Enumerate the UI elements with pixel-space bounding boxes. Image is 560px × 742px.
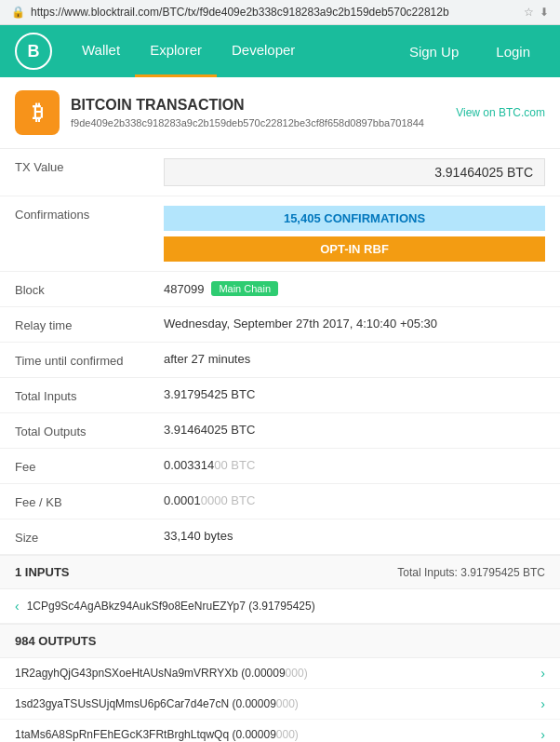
confirmations-row: Confirmations 15,405 CONFIRMATIONS OPT-I…: [0, 196, 560, 272]
total-inputs-value: 3.91795425 BTC: [164, 387, 545, 401]
fee-row: Fee 0.00331400 BTC: [0, 449, 560, 484]
input-address-0: 1CPg9Sc4AgABkz94AukSf9o8EeNruEZYp7 (3.91…: [27, 600, 315, 613]
chevron-right-icon-0: ›: [540, 666, 545, 681]
fee-fade: 00 BTC: [214, 458, 255, 472]
time-label: Time until confirmed: [15, 352, 164, 368]
logo[interactable]: B: [15, 33, 52, 70]
tx-value-row: TX Value 3.91464025 BTC: [0, 149, 560, 196]
nav-signup[interactable]: Sign Up: [394, 36, 473, 67]
details-table: TX Value 3.91464025 BTC Confirmations 15…: [0, 149, 560, 555]
size-label: Size: [15, 529, 164, 545]
output-item-0[interactable]: 1R2agyhQjG43pnSXoeHtAUsNa9mVRRYXb (0.000…: [0, 658, 560, 689]
fee-value: 0.00331400 BTC: [164, 458, 545, 472]
fee-kb-value: 0.00010000 BTC: [164, 493, 545, 507]
chevron-right-icon-1: ›: [540, 696, 545, 711]
inputs-title: 1 INPUTS: [15, 565, 70, 579]
output-item-1[interactable]: 1sd23gyaTSUsSUjqMmsU6p6Car7d4e7cN (0.000…: [0, 689, 560, 720]
tx-title: BITCOIN TRANSACTION: [71, 97, 424, 114]
tx-hash: f9de409e2b338c918283a9c2b159deb570c22812…: [71, 117, 424, 128]
relay-value: Wednesday, September 27th 2017, 4:10:40 …: [164, 317, 545, 331]
confirmations-label: Confirmations: [15, 206, 164, 222]
tx-value-label: TX Value: [15, 158, 164, 174]
outputs-list: 1R2agyhQjG43pnSXoeHtAUsNa9mVRRYXb (0.000…: [0, 658, 560, 742]
block-row: Block 487099 Main Chain: [0, 272, 560, 307]
nav-developer[interactable]: Developer: [217, 25, 310, 77]
fee-label: Fee: [15, 458, 164, 474]
outputs-title: 984 OUTPUTS: [15, 634, 96, 648]
relay-row: Relay time Wednesday, September 27th 201…: [0, 307, 560, 343]
url-bar: 🔒 https://www.blocktrail.com/BTC/tx/f9de…: [0, 0, 560, 25]
view-on-btc[interactable]: View on BTC.com: [456, 106, 545, 119]
navbar: B Wallet Explorer Developer Sign Up Logi…: [0, 25, 560, 77]
nav-login[interactable]: Login: [481, 36, 545, 67]
output-item-2[interactable]: 1taMs6A8SpRnFEhEGcK3FRtBrghLtqwQq (0.000…: [0, 720, 560, 742]
tx-header-left: ₿ BITCOIN TRANSACTION f9de409e2b338c9182…: [15, 90, 424, 135]
size-row: Size 33,140 bytes: [0, 519, 560, 555]
confirmations-box: 15,405 CONFIRMATIONS: [164, 206, 545, 231]
rbf-box: OPT-IN RBF: [164, 236, 545, 262]
btc-icon: ₿: [15, 90, 60, 135]
output-addr-1: 1sd23gyaTSUsSUjqMmsU6p6Car7d4e7cN (0.000…: [15, 697, 299, 710]
nav-wallet[interactable]: Wallet: [67, 25, 135, 77]
output-addr-0: 1R2agyhQjG43pnSXoeHtAUsNa9mVRRYXb (0.000…: [15, 667, 308, 680]
relay-label: Relay time: [15, 317, 164, 332]
fee-kb-label: Fee / KB: [15, 493, 164, 509]
fee-kb-row: Fee / KB 0.00010000 BTC: [0, 484, 560, 519]
output-addr-2: 1taMs6A8SpRnFEhEGcK3FRtBrghLtqwQq (0.000…: [15, 728, 299, 741]
nav-links: Wallet Explorer Developer: [67, 25, 394, 77]
time-value: after 27 minutes: [164, 352, 545, 366]
url-text: https://www.blocktrail.com/BTC/tx/f9de40…: [31, 6, 449, 19]
tx-info: BITCOIN TRANSACTION f9de409e2b338c918283…: [71, 97, 424, 128]
time-row: Time until confirmed after 27 minutes: [0, 343, 560, 378]
block-label: Block: [15, 281, 164, 297]
tx-header: ₿ BITCOIN TRANSACTION f9de409e2b338c9182…: [0, 77, 560, 149]
total-outputs-value: 3.91464025 BTC: [164, 423, 545, 437]
chevron-right-icon-2: ›: [540, 727, 545, 742]
block-value: 487099 Main Chain: [164, 281, 545, 296]
lock-icon: 🔒: [11, 6, 25, 19]
fee-val: 0.003314: [164, 458, 214, 472]
input-item-0[interactable]: ‹ 1CPg9Sc4AgABkz94AukSf9o8EeNruEZYp7 (3.…: [0, 589, 560, 624]
star-icon[interactable]: ☆: [524, 6, 534, 19]
block-number: 487099: [164, 282, 204, 296]
outputs-section-header: 984 OUTPUTS: [0, 624, 560, 658]
nav-right: Sign Up Login: [394, 36, 545, 67]
main-chain-badge: Main Chain: [211, 281, 278, 296]
tx-value-box: 3.91464025 BTC: [164, 158, 545, 186]
download-icon[interactable]: ⬇: [540, 6, 549, 19]
inputs-total: Total Inputs: 3.91795425 BTC: [397, 566, 545, 579]
tx-value-value: 3.91464025 BTC: [164, 158, 545, 186]
inputs-section-header: 1 INPUTS Total Inputs: 3.91795425 BTC: [0, 555, 560, 589]
chevron-left-icon: ‹: [15, 599, 20, 614]
fee-kb-fade: 0000 BTC: [201, 493, 256, 507]
total-inputs-label: Total Inputs: [15, 387, 164, 403]
fee-kb-val: 0.0001: [164, 493, 201, 507]
main-content: ₿ BITCOIN TRANSACTION f9de409e2b338c9182…: [0, 77, 560, 742]
size-value: 33,140 bytes: [164, 529, 545, 543]
total-outputs-row: Total Outputs 3.91464025 BTC: [0, 413, 560, 449]
total-inputs-row: Total Inputs 3.91795425 BTC: [0, 378, 560, 413]
total-outputs-label: Total Outputs: [15, 423, 164, 438]
confirmations-value: 15,405 CONFIRMATIONS OPT-IN RBF: [164, 206, 545, 262]
nav-explorer[interactable]: Explorer: [135, 25, 217, 77]
